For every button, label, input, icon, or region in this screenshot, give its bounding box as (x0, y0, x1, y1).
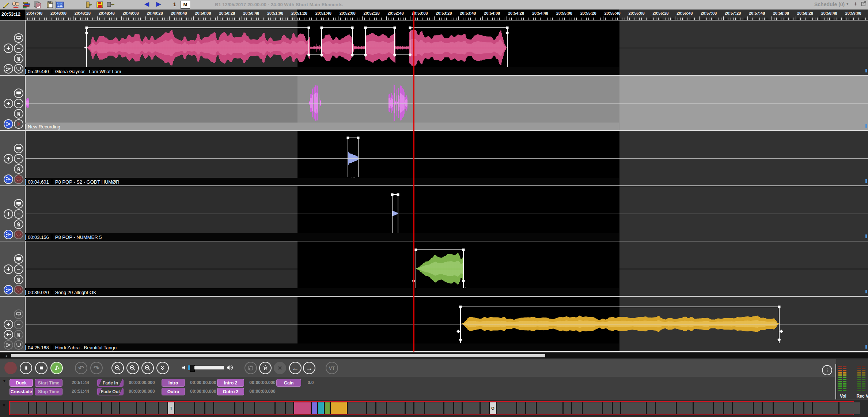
record-button[interactable] (4, 362, 17, 374)
save-exit-icon[interactable]: + (107, 1, 115, 8)
rundown-block[interactable] (804, 402, 812, 414)
rundown-block[interactable] (754, 402, 762, 414)
rundown-block[interactable] (367, 402, 375, 414)
track-4-trash-button[interactable] (14, 219, 23, 229)
track-4-monitor-button[interactable] (14, 199, 23, 209)
rundown-block[interactable] (794, 402, 803, 414)
track-label-5[interactable]: 00:39.020Song 20 allright OK (25, 288, 619, 296)
rundown-block[interactable] (677, 402, 693, 414)
rundown-block[interactable] (724, 402, 732, 414)
rundown-block[interactable] (325, 402, 330, 414)
track-3-minus-button[interactable] (14, 154, 23, 164)
track-5-trash-button[interactable] (14, 275, 23, 284)
track-2-branch-button[interactable] (4, 119, 13, 129)
scroll-left-icon[interactable]: ◂ (5, 354, 7, 358)
rundown-block[interactable] (205, 402, 213, 414)
rundown-block[interactable] (774, 402, 793, 414)
rundown-block[interactable] (537, 402, 562, 414)
track-6-branch-button[interactable] (4, 340, 13, 350)
rundown-block[interactable] (463, 402, 480, 414)
rundown-block[interactable] (526, 402, 536, 414)
rundown-block[interactable] (159, 402, 167, 414)
rundown-block[interactable] (29, 402, 36, 414)
track-2-no-record-button[interactable] (14, 119, 23, 129)
clipboard-icon[interactable] (46, 1, 54, 8)
rundown-block[interactable] (331, 402, 347, 414)
users-icon[interactable] (12, 1, 20, 8)
track-6-add-menu-button[interactable] (4, 330, 13, 339)
rundown-block[interactable] (517, 402, 525, 414)
track-3-monitor-button[interactable] (14, 144, 23, 153)
rundown-block[interactable] (294, 402, 311, 414)
track-3-trash-button[interactable] (14, 164, 23, 174)
schedule-dropdown-icon[interactable]: ▾ (846, 1, 849, 6)
track-1-monitor-button[interactable] (14, 33, 23, 43)
stop-button[interactable] (35, 362, 48, 374)
track-6-trash-button[interactable] (14, 330, 23, 339)
rundown-block[interactable] (137, 402, 145, 414)
track-1-plus-button[interactable] (4, 44, 13, 53)
field-row1-duck-button[interactable]: Duck (10, 379, 33, 387)
rundown-block[interactable] (613, 402, 620, 414)
track-label-4[interactable]: 00:03.156P8 POP - NUMMER 5 (25, 233, 619, 241)
rundown-block[interactable] (444, 402, 453, 414)
rundown-block[interactable] (572, 402, 582, 414)
nav-forward-icon[interactable]: ▶ (156, 1, 161, 7)
rundown-block[interactable] (376, 402, 386, 414)
track-6-monitor-button[interactable] (14, 309, 23, 319)
rundown-block[interactable] (244, 402, 254, 414)
field-row1-gain-button[interactable]: Gain (276, 379, 301, 387)
collapse-caret-icon[interactable]: ▼ (2, 378, 7, 383)
rundown-block[interactable] (454, 402, 462, 414)
copy-pages-icon[interactable] (34, 1, 42, 8)
rundown-block[interactable] (102, 402, 111, 414)
rundown-block[interactable] (276, 402, 285, 414)
rundown-block[interactable] (175, 402, 194, 414)
track-5-monitor-button[interactable] (14, 254, 23, 264)
collapse-button[interactable] (156, 362, 169, 374)
rundown-block[interactable] (564, 402, 571, 414)
rundown-block[interactable] (406, 402, 413, 414)
rundown-block[interactable] (120, 402, 136, 414)
rundown-block[interactable] (583, 402, 602, 414)
track-5-plus-button[interactable] (4, 264, 13, 274)
rundown-block[interactable] (348, 402, 366, 414)
track-4-branch-button[interactable] (4, 230, 13, 239)
field-row1-start-time-button[interactable]: Start Time (35, 379, 62, 387)
rundown-block[interactable] (694, 402, 713, 414)
field-row2-crossfade-button[interactable]: Crossfade (10, 388, 33, 395)
rundown-block[interactable] (387, 402, 405, 414)
pause-button[interactable] (20, 362, 32, 374)
rundown-block[interactable] (425, 402, 443, 414)
rundown-block[interactable] (37, 402, 46, 414)
rundown-block[interactable] (195, 402, 204, 414)
rundown-block[interactable] (83, 402, 101, 414)
field-row2-outro-2-button[interactable]: Outro 2 (217, 388, 244, 395)
rundown-block[interactable] (214, 402, 234, 414)
edit-pencil-icon[interactable] (2, 1, 10, 8)
track-3-record-curve-button[interactable] (14, 174, 23, 184)
redo-button[interactable]: ↷ (90, 362, 103, 374)
track-label-2[interactable]: New Recording (25, 123, 619, 131)
rundown-block[interactable] (839, 402, 860, 414)
rundown-block[interactable] (318, 402, 324, 414)
playhead-cursor[interactable] (413, 11, 414, 352)
rundown-block[interactable] (714, 402, 723, 414)
exit-door-icon[interactable] (85, 1, 93, 8)
info-button[interactable] (822, 365, 832, 375)
rundown-block[interactable] (414, 402, 424, 414)
field-row1-intro-button[interactable]: Intro (162, 379, 185, 387)
rundown-block[interactable] (813, 402, 838, 414)
track-3-plus-button[interactable] (4, 154, 13, 164)
scrollbar-thumb[interactable] (11, 354, 545, 357)
track-1-minus-button[interactable] (14, 44, 23, 53)
zoom-fit-button[interactable] (141, 362, 154, 374)
track-4-record-curve-button[interactable] (14, 230, 23, 239)
next-button[interactable]: → (303, 362, 315, 374)
track-6-plus-button[interactable] (4, 320, 13, 329)
rundown-block[interactable] (255, 402, 274, 414)
rundown-block[interactable] (10, 402, 28, 414)
track-2-trash-button[interactable] (14, 109, 23, 119)
field-row1-intro-2-button[interactable]: Intro 2 (217, 379, 244, 387)
rundown-blocks[interactable]: TO (9, 401, 854, 415)
